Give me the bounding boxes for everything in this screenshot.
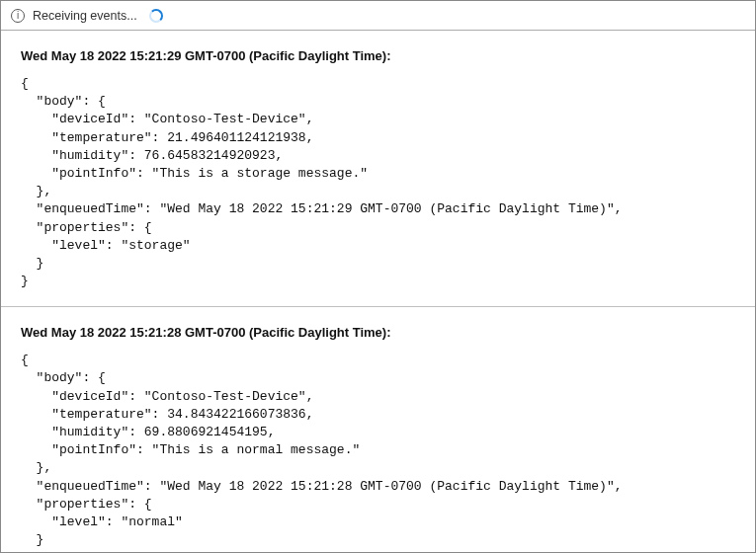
- events-window: i Receiving events... Wed May 18 2022 15…: [0, 0, 756, 553]
- event-json-body: { "body": { "deviceId": "Contoso-Test-De…: [21, 352, 735, 552]
- events-list: Wed May 18 2022 15:21:29 GMT-0700 (Pacif…: [1, 31, 755, 552]
- info-icon: i: [11, 9, 25, 23]
- status-bar: i Receiving events...: [1, 1, 755, 31]
- status-text: Receiving events...: [33, 9, 137, 23]
- event-timestamp-header: Wed May 18 2022 15:21:29 GMT-0700 (Pacif…: [21, 48, 735, 63]
- events-scroll-area[interactable]: Wed May 18 2022 15:21:29 GMT-0700 (Pacif…: [1, 31, 755, 552]
- event-json-body: { "body": { "deviceId": "Contoso-Test-De…: [21, 75, 735, 290]
- event-timestamp-header: Wed May 18 2022 15:21:28 GMT-0700 (Pacif…: [21, 325, 735, 340]
- loading-spinner-icon: [149, 9, 163, 23]
- event-item: Wed May 18 2022 15:21:29 GMT-0700 (Pacif…: [1, 31, 755, 306]
- event-item: Wed May 18 2022 15:21:28 GMT-0700 (Pacif…: [1, 306, 755, 552]
